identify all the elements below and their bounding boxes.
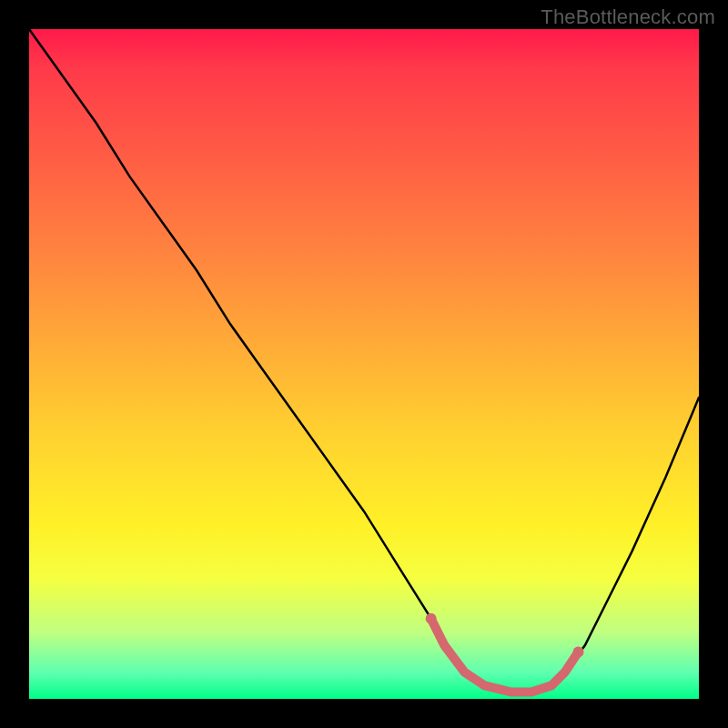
- highlight-dot-left: [426, 613, 437, 624]
- highlight-dot-right: [573, 646, 584, 657]
- watermark-text: TheBottleneck.com: [541, 5, 715, 29]
- bottleneck-curve-path: [29, 29, 699, 693]
- chart-container: TheBottleneck.com: [0, 0, 728, 728]
- highlight-segment-path: [431, 619, 579, 693]
- curve-svg: [29, 29, 699, 699]
- plot-area: [29, 29, 699, 699]
